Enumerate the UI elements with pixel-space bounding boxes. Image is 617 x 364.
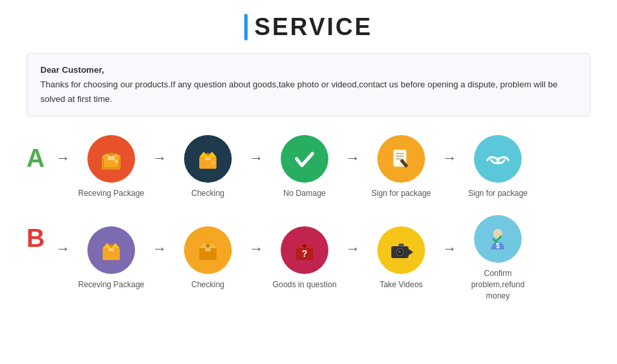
step-b3: ? Goods in question bbox=[265, 226, 344, 291]
icon-camera bbox=[377, 226, 425, 274]
step-a1: Receving Package bbox=[71, 135, 151, 199]
page-title: SERVICE bbox=[254, 13, 372, 41]
title-row: SERVICE bbox=[26, 13, 591, 41]
step-a4-label: Sign for package bbox=[371, 188, 431, 199]
step-a3-label: No Damage bbox=[283, 188, 326, 199]
step-a5: Sign for package bbox=[458, 135, 538, 199]
arrow-b4: → bbox=[442, 240, 457, 276]
step-a5-label: Sign for package bbox=[468, 188, 528, 199]
icon-question-box: ? bbox=[281, 226, 328, 274]
arrow-a1: → bbox=[152, 150, 167, 185]
arrow-b0: → bbox=[56, 240, 70, 276]
svg-rect-14 bbox=[109, 248, 114, 251]
step-b2-label: Checking bbox=[191, 279, 224, 291]
svg-rect-24 bbox=[399, 244, 404, 247]
step-b1: Receving Package bbox=[71, 226, 151, 291]
arrow-a0: → bbox=[56, 150, 70, 185]
svg-point-23 bbox=[399, 250, 400, 251]
flow-letter-b: B bbox=[26, 224, 45, 253]
arrow-a3: → bbox=[346, 150, 360, 185]
arrow-b1: → bbox=[152, 240, 167, 276]
step-b5-label: Confirm problem,refund money bbox=[461, 268, 534, 301]
flow-steps-a: → Recev bbox=[54, 135, 591, 199]
notice-box: Dear Customer, Thanks for choosing our p… bbox=[26, 53, 591, 116]
flow-letter-a: A bbox=[26, 144, 45, 173]
notice-greeting: Dear Customer, bbox=[40, 63, 577, 77]
arrow-b3: → bbox=[346, 240, 360, 276]
flow-steps-b: → Receving Package → bbox=[54, 215, 591, 301]
icon-person-refund: $ bbox=[474, 215, 522, 263]
svg-point-5 bbox=[211, 161, 215, 165]
step-b4: Take Videos bbox=[361, 226, 441, 291]
step-b5: $ Confirm problem,refund money bbox=[458, 215, 538, 301]
icon-box-gold bbox=[184, 226, 232, 274]
svg-marker-25 bbox=[408, 249, 413, 255]
step-b3-label: Goods in question bbox=[273, 279, 337, 291]
step-a2: Checking bbox=[168, 135, 248, 199]
icon-box-open-dark bbox=[184, 135, 232, 183]
step-a3: No Damage bbox=[265, 135, 344, 199]
svg-rect-1 bbox=[108, 156, 115, 160]
step-b1-label: Receving Package bbox=[78, 279, 144, 291]
arrow-b2: → bbox=[249, 240, 263, 276]
step-b2: Checking bbox=[168, 226, 248, 291]
svg-text:$: $ bbox=[496, 242, 500, 250]
icon-box-open-orange bbox=[87, 135, 135, 183]
svg-text:?: ? bbox=[302, 248, 308, 259]
notice-body: Thanks for choosing our products.If any … bbox=[40, 77, 577, 107]
svg-rect-16 bbox=[205, 248, 211, 251]
icon-sign-doc bbox=[377, 135, 425, 183]
step-a4: Sign for package bbox=[361, 135, 441, 199]
icon-box-purple bbox=[87, 226, 135, 274]
step-a2-label: Checking bbox=[191, 188, 224, 199]
icon-checkmark bbox=[281, 135, 328, 183]
arrow-a2: → bbox=[249, 150, 263, 185]
flow-row-b: B → Receving Package → bbox=[26, 215, 591, 301]
svg-point-12 bbox=[496, 158, 500, 162]
svg-rect-4 bbox=[205, 157, 211, 160]
page: SERVICE Dear Customer, Thanks for choosi… bbox=[0, 0, 617, 364]
step-b4-label: Take Videos bbox=[379, 279, 422, 291]
icon-handshake bbox=[474, 135, 522, 183]
title-accent-bar bbox=[244, 14, 248, 40]
arrow-a4: → bbox=[442, 150, 457, 185]
flow-row-a: A → bbox=[26, 135, 591, 199]
step-a1-label: Receving Package bbox=[78, 188, 144, 199]
svg-point-2 bbox=[115, 159, 119, 163]
